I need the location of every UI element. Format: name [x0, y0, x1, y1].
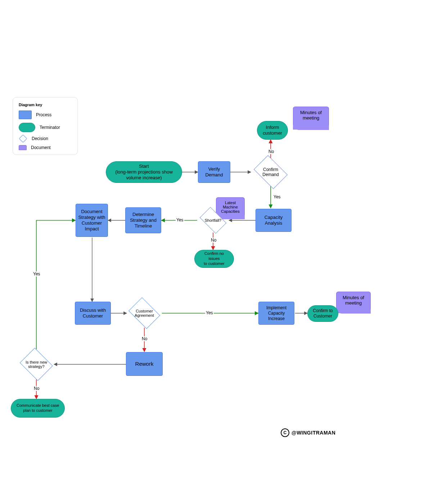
terminator-label: Informcustomer [263, 125, 282, 136]
process-label: Rework [135, 361, 154, 368]
decision-confirm-demand: ConfirmDemand [251, 158, 290, 186]
process-capacity-analysis: CapacityAnalysis [256, 209, 292, 232]
terminator-start: Start(long-term projections showvolume i… [106, 161, 182, 183]
edge-label-yes: Yes [32, 271, 41, 276]
document-label: Minutes ofmeeting [300, 110, 322, 121]
copyright-icon: C [281, 428, 289, 437]
document-minutes-top: Minutes ofmeeting [293, 107, 329, 130]
legend-label: Terminator [40, 125, 60, 130]
edge-label-yes: Yes [176, 217, 184, 222]
legend-panel: Diagram key Process Terminator Decision … [13, 97, 78, 155]
legend-item-terminator: Terminator [19, 123, 71, 132]
terminator-confirm-no-issues: Confirm no issuesto customer [194, 250, 234, 268]
legend-item-process: Process [19, 111, 71, 119]
edge-label-no: No [33, 386, 40, 391]
decision-new-strategy: Is there newstrategy? [18, 349, 55, 379]
legend-item-decision: Decision [19, 136, 71, 141]
legend-label: Decision [32, 136, 48, 141]
process-label: Discuss withCustomer [80, 307, 106, 319]
terminator-swatch [19, 123, 35, 132]
decision-swatch [19, 135, 27, 143]
process-determine-strategy: DetermineStrategy andTimeline [125, 207, 161, 233]
flowchart-canvas: Diagram key Process Terminator Decision … [0, 0, 429, 504]
legend-item-document: Document [19, 145, 71, 150]
document-swatch [19, 145, 27, 150]
document-label: Minutes ofmeeting [343, 295, 364, 306]
terminator-inform-customer: Informcustomer [257, 121, 288, 140]
attribution-text: @WINGITRAMAN [292, 430, 335, 436]
process-label: DocumentStrategy withCustomerImpact [78, 209, 105, 232]
attribution: C @WINGITRAMAN [281, 428, 335, 437]
edge-label-yes: Yes [273, 194, 281, 199]
edge-label-yes: Yes [205, 310, 214, 315]
terminator-label: Start(long-term projections showvolume i… [115, 163, 173, 181]
legend-title: Diagram key [19, 103, 71, 107]
legend-label: Document [31, 145, 51, 150]
decision-customer-agreement: CustomerAgreement [126, 300, 163, 327]
document-minutes-bottom: Minutes ofmeeting [336, 292, 371, 313]
process-label: VerifyDemand [205, 166, 223, 178]
decision-label: ConfirmDemand [251, 158, 290, 186]
process-discuss-customer: Discuss withCustomer [75, 302, 111, 325]
decision-label: Shortfall? [197, 210, 229, 231]
process-implement-increase: ImplementCapacityIncrease [258, 302, 294, 325]
process-label: DetermineStrategy andTimeline [130, 212, 157, 229]
terminator-label: Confirm no issuesto customer [198, 251, 230, 266]
decision-label: CustomerAgreement [126, 300, 163, 327]
process-label: ImplementCapacityIncrease [266, 305, 286, 321]
process-label: CapacityAnalysis [265, 215, 283, 226]
terminator-label: Communicate best caseplan to customer [17, 403, 59, 413]
terminator-communicate-plan: Communicate best caseplan to customer [11, 399, 65, 418]
edge-label-no: No [141, 336, 148, 341]
legend-label: Process [36, 112, 51, 117]
terminator-label: Confirm toCustomer [313, 308, 333, 319]
process-swatch [19, 111, 32, 119]
edge-label-no: No [268, 149, 275, 154]
edge-label-no: No [210, 238, 217, 243]
terminator-confirm-to-customer: Confirm toCustomer [307, 305, 338, 322]
process-rework: Rework [126, 352, 163, 376]
decision-shortfall: Shortfall? [197, 210, 229, 231]
decision-label: Is there newstrategy? [18, 349, 55, 379]
process-verify-demand: VerifyDemand [198, 161, 230, 183]
process-document-strategy: DocumentStrategy withCustomerImpact [76, 204, 108, 237]
